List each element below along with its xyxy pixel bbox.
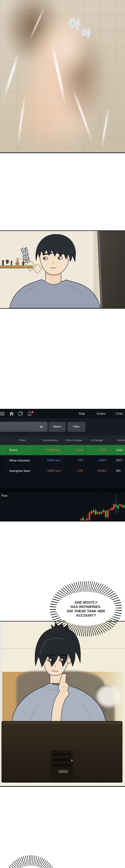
stock-topbar: Total Orders Chart <box>0 409 125 418</box>
cell-pct: +1.31% <box>85 445 108 455</box>
comic-panel-shower: 아 아 <box>0 0 125 153</box>
speech-bubble: SHE MOSTLY HAS REFINERIES. DID THESE TAN… <box>50 581 122 637</box>
tab-total[interactable]: Total <box>79 409 85 418</box>
chevron-down-icon <box>40 426 43 428</box>
header-pct-change: % change <box>85 435 108 445</box>
bubble-line: DID THESE TANK HER <box>67 609 105 613</box>
header-ticker: Ticker <box>7 435 37 445</box>
row-select-cell <box>0 455 7 466</box>
cell-ticker: Mirae Industries <box>7 455 37 466</box>
cell-volume: 261, <box>108 466 125 476</box>
comic-panel-man-at-computer <box>0 621 125 787</box>
table-row-posco[interactable]: Posco 270500 won +3500 +1.31% 1444, <box>0 445 125 455</box>
cell-change: +100 <box>62 466 85 476</box>
copy-icon[interactable] <box>18 411 23 416</box>
tab-orders[interactable]: Orders <box>96 409 106 418</box>
cell-change: -550 <box>62 455 85 466</box>
tab-post[interactable]: Post <box>1 494 7 498</box>
cell-volume: 1444, <box>108 445 125 455</box>
cell-ticker: Posco <box>7 445 37 455</box>
monitor-top-bezel <box>3 722 121 724</box>
power-led <box>71 760 73 761</box>
sfx-text-ah-2: 아 <box>81 25 91 40</box>
candlestick-chart: Post <box>0 492 125 521</box>
comic-panel-man-glancing: 힐끔 <box>0 230 125 309</box>
header-select-column <box>0 435 7 445</box>
table-row-deunghae[interactable]: Deunghae Steel 16000 won +100 +0.63% 261… <box>0 466 125 476</box>
cell-pct: -0.89% <box>85 455 108 466</box>
bubble-text: SHE MOSTLY HAS REFINERIES. DID THESE TAN… <box>57 592 115 626</box>
abstract-figure-shape-2 <box>12 75 64 153</box>
menu-icon[interactable] <box>0 412 4 415</box>
cell-volume: 1377, <box>108 455 125 466</box>
cell-change: +3500 <box>62 445 85 455</box>
stock-app-screenshot: Total Orders Chart Watch Filter Ticker C… <box>0 409 125 522</box>
desk-surface <box>0 783 125 786</box>
row-select-cell <box>0 445 7 455</box>
panel2-illustration <box>0 231 125 308</box>
eyebrow-right <box>58 655 66 656</box>
filter-button[interactable]: Filter <box>67 422 86 432</box>
header-volume: Volume <box>108 435 125 445</box>
bubble-line: HAS REFINERIES. <box>70 604 101 609</box>
cell-price: 60950 won <box>37 455 62 466</box>
watch-button[interactable]: Watch <box>49 422 66 432</box>
table-empty-area <box>0 476 125 489</box>
monitor-back <box>2 721 122 783</box>
drag-handle-dots[interactable]: ······ <box>99 489 105 492</box>
bell-icon[interactable] <box>27 411 34 416</box>
watchlist-dropdown[interactable] <box>0 422 48 432</box>
panel4-illustration <box>0 621 125 786</box>
pane-divider[interactable]: ······ <box>0 489 125 493</box>
bubble-line: ACCOUNT? <box>76 613 96 618</box>
cell-ticker: Deunghae Steel <box>7 466 37 476</box>
home-icon[interactable] <box>9 411 14 416</box>
cell-price: 270500 won <box>37 445 62 455</box>
soft-light-blob <box>96 685 122 707</box>
bubble-line: SHE MOSTLY <box>74 600 97 604</box>
speech-bubble-partial <box>4 855 57 868</box>
cell-pct: +0.63% <box>85 466 108 476</box>
header-current-price: Current price <box>37 435 62 445</box>
webtoon-page: 아 아 <box>0 0 125 868</box>
row-select-cell <box>0 466 7 476</box>
tab-chart[interactable]: Chart <box>116 409 123 418</box>
table-row-mirae[interactable]: Mirae Industries 60950 won -550 -0.89% 1… <box>0 455 125 466</box>
candlestick-svg <box>0 492 125 521</box>
cell-price: 16000 won <box>37 466 62 476</box>
notification-dot <box>31 411 33 413</box>
header-price-change: Price Change <box>62 435 85 445</box>
table-header-row: Ticker Current price Price Change % chan… <box>0 435 125 445</box>
